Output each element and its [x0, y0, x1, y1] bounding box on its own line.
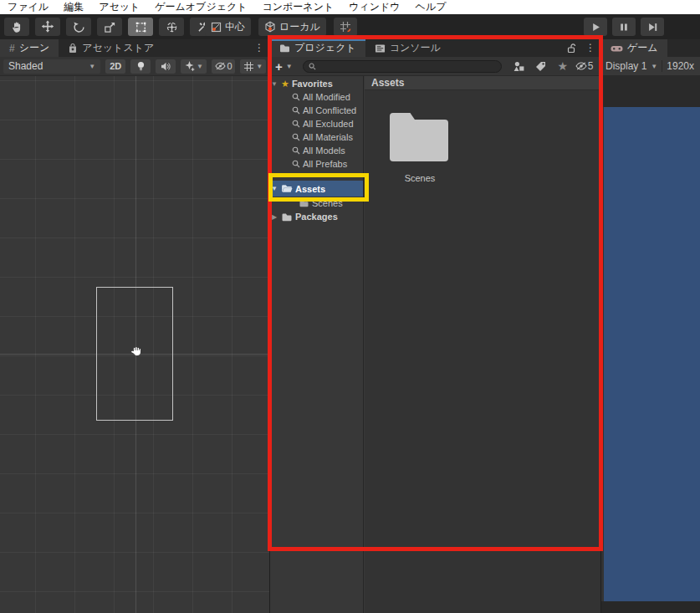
game-panel: ゲーム Display 1 ▼ 1920x — [600, 39, 700, 613]
effects-icon — [184, 61, 195, 71]
play-button[interactable] — [584, 18, 607, 36]
search-icon — [292, 106, 300, 115]
eye-hidden-icon — [575, 62, 587, 70]
scene-more-menu-icon[interactable]: ⋮ — [249, 39, 269, 57]
tree-packages[interactable]: ▶ Packages — [270, 210, 363, 223]
tree-packages-label: Packages — [295, 212, 338, 222]
filter-by-type-icon — [514, 61, 525, 72]
tree-all-materials[interactable]: All Materials — [270, 130, 363, 144]
scale-tool-icon — [104, 21, 116, 33]
hand-tool-button[interactable] — [4, 18, 29, 36]
tree-scenes[interactable]: Scenes — [270, 197, 363, 210]
menu-help[interactable]: ヘルプ — [408, 0, 454, 14]
menu-window[interactable]: ウィンドウ — [341, 0, 407, 14]
triangle-down-icon[interactable]: ▼ — [270, 80, 278, 88]
draw-mode-dropdown[interactable]: Shaded ▼ — [3, 59, 100, 74]
game-toolbar: Display 1 ▼ 1920x — [601, 57, 700, 76]
tree-assets-selected[interactable]: ▼ Assets — [270, 181, 363, 197]
tab-asset-store-label: アセットストア — [82, 41, 154, 55]
scene-panel: # シーン アセットストア ⋮ Shaded ▼ 2D — [0, 39, 269, 613]
gamepad-icon — [611, 44, 623, 53]
chevron-down-icon: ▼ — [89, 63, 95, 70]
content-breadcrumb: Assets — [365, 76, 600, 90]
pivot-group: 中心 ローカル — [205, 18, 357, 36]
toolbar-divider — [662, 60, 662, 72]
lighting-toggle-button[interactable] — [130, 59, 151, 74]
menu-component[interactable]: コンポーネント — [255, 0, 342, 14]
pause-button[interactable] — [612, 18, 636, 36]
orientation-toggle-button[interactable]: ローカル — [258, 18, 326, 36]
tree-favorites[interactable]: ▼ ★ Favorites — [270, 77, 363, 90]
grid-snap-button[interactable] — [334, 18, 357, 36]
tree-assets-label: Assets — [295, 184, 325, 194]
favorites-star-icon: ★ — [557, 59, 568, 73]
rect-tool-button[interactable] — [128, 18, 153, 36]
chevron-down-icon[interactable]: ▼ — [651, 63, 657, 70]
game-viewport[interactable] — [604, 107, 700, 601]
tree-all-modified[interactable]: All Modified — [270, 90, 363, 104]
tree-all-prefabs[interactable]: All Prefabs — [270, 157, 363, 171]
tab-project-label: プロジェクト — [294, 41, 356, 55]
console-icon — [375, 43, 386, 54]
tab-project[interactable]: プロジェクト — [270, 39, 365, 57]
step-button[interactable] — [641, 18, 664, 36]
rotate-tool-button[interactable] — [66, 18, 91, 36]
scale-tool-button[interactable] — [97, 18, 122, 36]
search-icon — [292, 133, 300, 141]
tab-console[interactable]: コンソール — [365, 39, 450, 57]
project-more-menu-icon[interactable]: ⋮ — [580, 39, 600, 57]
menu-gameobject[interactable]: ゲームオブジェクト — [147, 0, 254, 14]
filter-by-label-button[interactable] — [532, 59, 550, 74]
effects-dropdown-button[interactable]: ▼ — [181, 59, 207, 74]
add-asset-button[interactable]: + — [275, 60, 283, 73]
scene-hidden-count: 0 — [227, 61, 232, 71]
search-icon — [292, 120, 300, 128]
open-folder-icon — [281, 184, 293, 193]
asset-store-bag-icon — [68, 43, 78, 54]
move-tool-button[interactable] — [35, 18, 60, 36]
grid-visibility-icon — [243, 61, 254, 72]
triangle-right-icon[interactable]: ▶ — [270, 213, 278, 221]
favorites-filter-button[interactable]: ★ — [554, 59, 572, 74]
project-panel: プロジェクト コンソール ⋮ + ▼ — [269, 39, 600, 613]
chevron-down-icon[interactable]: ▼ — [286, 63, 293, 70]
tab-scene[interactable]: # シーン — [0, 39, 59, 57]
pivot-toggle-button[interactable]: 中心 — [205, 18, 251, 36]
project-content: Assets Scenes — [365, 76, 600, 613]
favorites-star-icon: ★ — [281, 79, 289, 89]
2d-toggle-button[interactable]: 2D — [105, 59, 125, 74]
folder-item-scenes[interactable]: Scenes — [390, 110, 450, 183]
tree-all-models[interactable]: All Models — [270, 144, 363, 157]
rotate-tool-icon — [73, 21, 85, 33]
tree-all-excluded[interactable]: All Excluded — [270, 117, 363, 130]
project-search-field[interactable] — [303, 60, 502, 73]
search-input[interactable] — [319, 61, 496, 71]
folder-icon — [390, 120, 448, 161]
lock-icon[interactable] — [563, 43, 580, 54]
project-visibility-button[interactable]: 5 — [575, 59, 594, 74]
audio-toggle-button[interactable] — [156, 59, 176, 74]
search-icon — [292, 146, 300, 155]
resolution-dropdown[interactable]: 1920x — [667, 60, 694, 72]
display-dropdown[interactable]: Display 1 — [605, 60, 646, 72]
tab-asset-store[interactable]: アセットストア — [59, 39, 163, 57]
tree-item-label: All Materials — [303, 132, 353, 142]
move-tool-icon — [41, 20, 54, 33]
project-hidden-count: 5 — [588, 60, 594, 72]
pause-icon — [620, 23, 628, 32]
menu-file[interactable]: ファイル — [0, 0, 56, 14]
tree-item-label: All Excluded — [303, 119, 354, 129]
filter-by-type-button[interactable] — [510, 59, 529, 74]
scene-grid-visibility-button[interactable]: ▼ — [240, 59, 266, 74]
tree-all-conflicted[interactable]: All Conflicted — [270, 104, 363, 117]
menu-edit[interactable]: 編集 — [56, 0, 91, 14]
menu-assets[interactable]: アセット — [91, 0, 147, 14]
tab-game[interactable]: ゲーム — [601, 39, 667, 57]
scene-visibility-button[interactable]: 0 — [212, 59, 236, 74]
rect-tool-icon — [135, 21, 147, 33]
tree-item-label: All Modified — [303, 92, 350, 102]
transform-tool-button[interactable] — [159, 18, 184, 36]
scene-viewport[interactable] — [0, 76, 269, 613]
triangle-down-icon[interactable]: ▼ — [270, 185, 278, 192]
tool-group — [4, 18, 215, 36]
